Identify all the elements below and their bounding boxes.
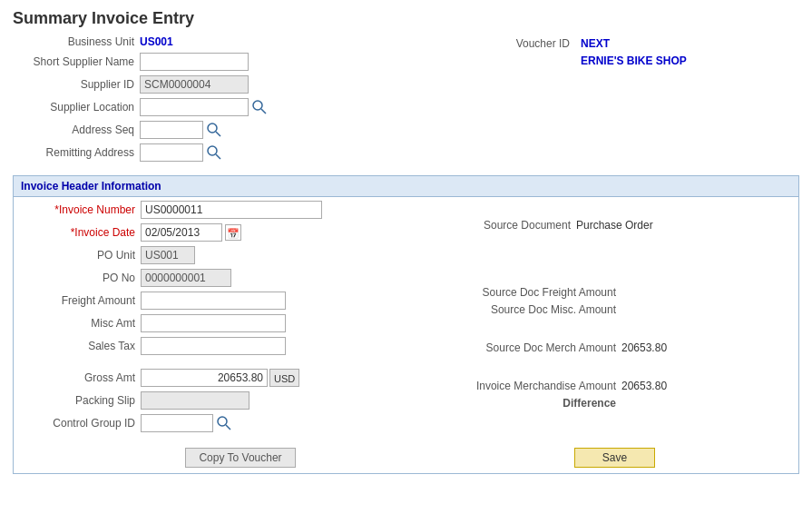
currency-tag: USD [269,369,299,387]
po-unit-label: PO Unit [14,249,141,262]
invoice-merch-row: Invoice Merchandise Amount 20653.80 [440,380,798,392]
supplier-id-input [140,75,249,94]
svg-line-3 [216,132,220,136]
voucher-id-value: NEXT [581,37,610,50]
sales-tax-input[interactable] [141,337,286,355]
gross-amt-input[interactable] [141,369,268,387]
freight-amount-row: Freight Amount [14,292,431,310]
address-seq-row: Address Seq [13,121,430,139]
source-doc-freight-label: Source Doc Freight Amount [440,286,621,299]
svg-point-0 [253,101,262,110]
svg-point-2 [208,124,217,133]
source-doc-misc-row: Source Doc Misc. Amount [440,303,798,316]
short-supplier-name-input[interactable] [140,53,249,71]
control-group-id-label: Control Group ID [14,417,141,430]
business-unit-label: Business Unit [13,35,140,48]
source-doc-misc-label: Source Doc Misc. Amount [440,303,621,316]
address-seq-label: Address Seq [13,124,140,136]
copy-to-voucher-button[interactable]: Copy To Voucher [185,448,295,468]
po-no-row: PO No [14,269,431,287]
misc-amt-row: Misc Amt [14,314,431,332]
packing-slip-row: Packing Slip [14,391,431,410]
remitting-address-label: Remitting Address [13,146,140,159]
remitting-address-row: Remitting Address [13,143,430,162]
misc-amt-input[interactable] [141,314,286,332]
remitting-address-lookup-icon[interactable] [206,144,222,161]
invoice-number-input[interactable] [141,201,322,219]
svg-line-1 [261,109,266,114]
invoice-merch-value: 20653.80 [621,380,667,392]
po-no-input [141,269,231,287]
invoice-date-row: *Invoice Date 📅 [14,223,431,242]
voucher-id-label: Voucher ID [503,37,575,50]
control-group-lookup-icon[interactable] [216,415,232,431]
supplier-location-lookup-icon[interactable] [251,99,268,115]
gross-amt-row: Gross Amt USD [14,369,431,387]
business-unit-row: Business Unit US001 [13,35,430,48]
button-row: Copy To Voucher Save [14,448,798,468]
freight-amount-label: Freight Amount [14,294,141,307]
save-button[interactable]: Save [574,448,655,468]
po-unit-input [141,246,195,264]
sales-tax-row: Sales Tax [14,337,431,355]
supplier-id-row: Supplier ID [13,75,430,94]
invoice-date-label: *Invoice Date [14,226,141,239]
page-title: Summary Invoice Entry [0,0,812,35]
control-group-id-row: Control Group ID [14,414,431,432]
source-doc-freight-row: Source Doc Freight Amount [440,286,798,299]
source-doc-merch-row: Source Doc Merch Amount 20653.80 [440,341,798,354]
supplier-location-input[interactable] [140,98,249,116]
packing-slip-label: Packing Slip [14,394,141,407]
sales-tax-label: Sales Tax [14,340,141,352]
source-document-label: Source Document [440,219,576,232]
business-unit-value: US001 [140,35,173,48]
po-no-label: PO No [14,272,141,284]
packing-slip-input [141,391,249,410]
source-doc-merch-value: 20653.80 [621,341,667,354]
short-supplier-name-label: Short Supplier Name [13,55,140,68]
source-document-value: Purchase Order [576,219,653,232]
invoice-section-header: Invoice Header Information [14,176,798,197]
invoice-section: Invoice Header Information *Invoice Numb… [13,175,799,474]
invoice-number-label: *Invoice Number [14,203,141,216]
control-group-id-input[interactable] [141,414,213,432]
difference-row: Difference [440,397,798,410]
invoice-date-input[interactable] [141,223,222,242]
svg-point-4 [208,146,217,155]
difference-label: Difference [440,397,621,410]
voucher-id-row: Voucher ID NEXT [503,37,799,50]
supplier-id-label: Supplier ID [13,78,140,91]
svg-line-5 [216,154,220,159]
source-document-row: Source Document Purchase Order [440,219,798,232]
calendar-icon[interactable]: 📅 [225,224,241,241]
remitting-address-input[interactable] [140,143,203,162]
address-seq-input[interactable] [140,121,203,139]
gross-amt-label: Gross Amt [14,371,141,384]
po-unit-row: PO Unit [14,246,431,264]
source-doc-merch-label: Source Doc Merch Amount [440,341,621,354]
invoice-number-row: *Invoice Number [14,201,431,219]
svg-line-7 [226,425,230,430]
short-supplier-name-row: Short Supplier Name [13,53,430,71]
misc-amt-label: Misc Amt [14,317,141,330]
svg-point-6 [218,417,227,426]
freight-amount-input[interactable] [141,292,286,310]
supplier-name-display: ERNIE'S BIKE SHOP [581,54,687,67]
supplier-location-label: Supplier Location [13,101,140,114]
invoice-merch-label: Invoice Merchandise Amount [440,380,621,392]
supplier-location-row: Supplier Location [13,98,430,116]
address-seq-lookup-icon[interactable] [206,122,222,138]
